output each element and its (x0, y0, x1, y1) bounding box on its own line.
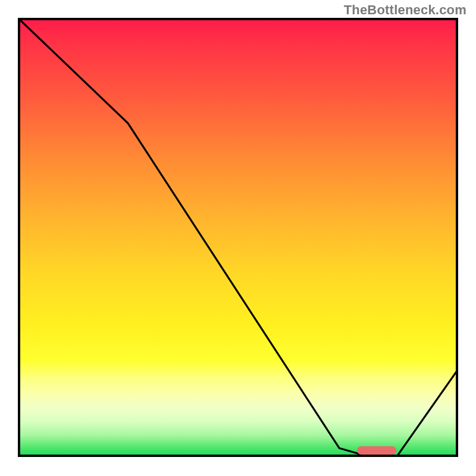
attribution-text: TheBottleneck.com (344, 2, 466, 18)
bottleneck-curve (18, 18, 458, 457)
plot-area (18, 18, 458, 457)
optimum-range-marker (357, 446, 397, 455)
